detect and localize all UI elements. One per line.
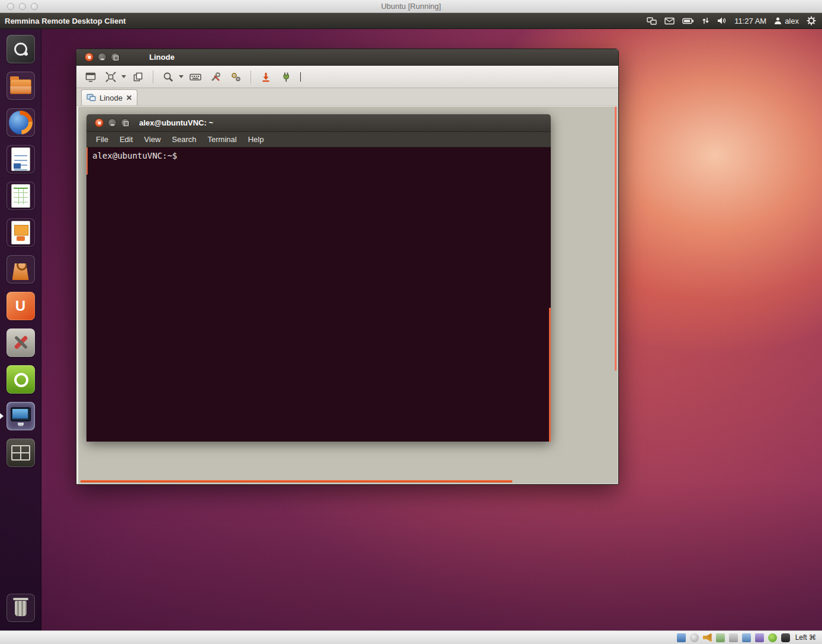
maximize-button[interactable] xyxy=(111,53,120,62)
terminal-window-title: alex@ubuntuVNC: ~ xyxy=(139,118,213,127)
zoom-dropdown-icon[interactable] xyxy=(179,75,184,78)
fit-window-dropdown-icon[interactable] xyxy=(121,75,126,78)
libreoffice-impress-icon xyxy=(7,218,35,247)
duplicate-icon[interactable] xyxy=(130,69,146,85)
minimize-button[interactable] xyxy=(98,53,107,62)
tools-icon[interactable] xyxy=(207,69,224,85)
launcher-item-software-center[interactable] xyxy=(0,255,41,284)
tab-label: Linode xyxy=(99,94,123,102)
host-key-indicator[interactable]: Left ⌘ xyxy=(795,633,816,642)
terminal-titlebar[interactable]: alex@ubuntuVNC: ~ xyxy=(86,114,551,132)
terminal-body[interactable]: alex@ubuntuVNC:~$ xyxy=(86,147,551,442)
launcher-item-remmina[interactable] xyxy=(0,402,41,430)
minimize-button[interactable] xyxy=(108,118,117,127)
ubuntu-one-icon: U xyxy=(7,292,35,320)
maximize-button[interactable] xyxy=(121,118,130,127)
volume-icon[interactable] xyxy=(717,17,727,25)
desktop-wallpaper: U Linode xyxy=(0,29,822,630)
menu-search[interactable]: Search xyxy=(172,135,196,144)
battery-icon[interactable] xyxy=(682,18,694,24)
status-shared-folder-icon[interactable] xyxy=(742,633,751,642)
session-indicator[interactable]: alex xyxy=(774,17,799,25)
disconnect-plug-icon[interactable] xyxy=(278,69,294,85)
screenshot-icon[interactable] xyxy=(258,69,274,85)
remmina-window-title: Linode xyxy=(149,53,175,62)
network-icon[interactable] xyxy=(647,17,657,25)
menu-edit[interactable]: Edit xyxy=(120,135,133,144)
preferences-icon[interactable] xyxy=(227,69,244,85)
toolbar-separator xyxy=(251,70,251,83)
menu-terminal[interactable]: Terminal xyxy=(208,135,237,144)
tab-linode[interactable]: Linode xyxy=(81,89,137,105)
panel-app-title[interactable]: Remmina Remote Desktop Client xyxy=(5,17,126,25)
tab-connection-icon xyxy=(86,94,96,102)
ubuntu-top-panel: Remmina Remote Desktop Client 11:27 AM a… xyxy=(0,13,822,29)
fullscreen-icon[interactable] xyxy=(82,69,99,85)
close-button[interactable] xyxy=(85,53,94,62)
system-settings-icon xyxy=(7,329,35,357)
status-network-icon[interactable] xyxy=(716,633,725,642)
launcher-item-calc[interactable] xyxy=(0,182,41,210)
menu-help[interactable]: Help xyxy=(248,135,264,144)
home-folder-icon xyxy=(7,72,35,100)
software-center-icon xyxy=(7,255,35,284)
remote-desktop-view[interactable]: alex@ubuntuVNC: ~ File Edit View Search … xyxy=(77,106,618,484)
unity-launcher: U xyxy=(0,29,41,630)
launcher-item-writer[interactable] xyxy=(0,145,41,173)
remmina-tabbar: Linode xyxy=(76,88,618,106)
remmina-window: Linode Linode xyxy=(76,49,619,485)
terminal-window-controls xyxy=(95,118,130,127)
close-button[interactable] xyxy=(95,118,104,127)
status-audio-icon[interactable] xyxy=(703,633,712,642)
panel-clock[interactable]: 11:27 AM xyxy=(734,17,766,25)
terminal-menubar: File Edit View Search Terminal Help xyxy=(86,132,551,147)
status-optical-icon[interactable] xyxy=(690,633,699,642)
vbox-statusbar: Left ⌘ xyxy=(0,630,822,644)
panel-username: alex xyxy=(785,17,799,25)
software-updater-icon xyxy=(7,365,35,394)
launcher-item-home-folder[interactable] xyxy=(0,72,41,100)
user-icon xyxy=(774,17,782,25)
remmina-titlebar[interactable]: Linode xyxy=(76,49,618,66)
launcher-item-impress[interactable] xyxy=(0,218,41,247)
status-usb-icon[interactable] xyxy=(729,633,738,642)
terminal-window: alex@ubuntuVNC: ~ File Edit View Search … xyxy=(86,114,551,442)
mail-icon[interactable] xyxy=(664,17,675,25)
workspace-switcher-icon xyxy=(7,439,35,467)
launcher-item-dash-home[interactable] xyxy=(0,35,41,63)
render-artifact-line xyxy=(549,308,551,442)
running-indicator-arrow xyxy=(0,413,4,419)
render-artifact-line xyxy=(86,147,88,175)
host-window-title: Ubuntu [Running] xyxy=(0,2,822,11)
launcher-item-ubuntu-one[interactable]: U xyxy=(0,292,41,320)
firefox-icon xyxy=(7,108,35,137)
status-mouse-icon[interactable] xyxy=(781,633,790,642)
status-hdd-icon[interactable] xyxy=(677,633,686,642)
remmina-window-controls xyxy=(85,53,120,62)
sync-arrows-icon[interactable] xyxy=(702,17,709,25)
launcher-item-workspace-switcher[interactable] xyxy=(0,439,41,467)
dash-home-icon xyxy=(7,35,35,63)
screen: Ubuntu [Running] Remmina Remote Desktop … xyxy=(0,0,822,644)
status-features-icon[interactable] xyxy=(768,633,777,642)
session-gear-icon[interactable] xyxy=(807,16,816,25)
trash-icon xyxy=(7,594,35,622)
tab-close-icon[interactable] xyxy=(126,95,132,101)
launcher-item-system-settings[interactable] xyxy=(0,329,41,357)
toolbar-separator xyxy=(153,70,153,83)
menu-view[interactable]: View xyxy=(144,135,160,144)
libreoffice-calc-icon xyxy=(7,182,35,210)
zoom-icon[interactable] xyxy=(160,69,176,85)
libreoffice-writer-icon xyxy=(7,145,35,173)
host-titlebar[interactable]: Ubuntu [Running] xyxy=(0,0,822,13)
launcher-item-firefox[interactable] xyxy=(0,108,41,137)
fit-window-icon[interactable] xyxy=(102,69,119,85)
launcher-item-trash[interactable] xyxy=(0,594,41,622)
shell-prompt: alex@ubuntuVNC:~$ xyxy=(92,151,177,160)
remmina-icon xyxy=(7,402,35,430)
menu-file[interactable]: File xyxy=(96,135,108,144)
status-display-icon[interactable] xyxy=(755,633,764,642)
keyboard-grab-icon[interactable] xyxy=(187,69,204,85)
render-artifact-line xyxy=(615,107,616,371)
launcher-item-software-updater[interactable] xyxy=(0,365,41,394)
